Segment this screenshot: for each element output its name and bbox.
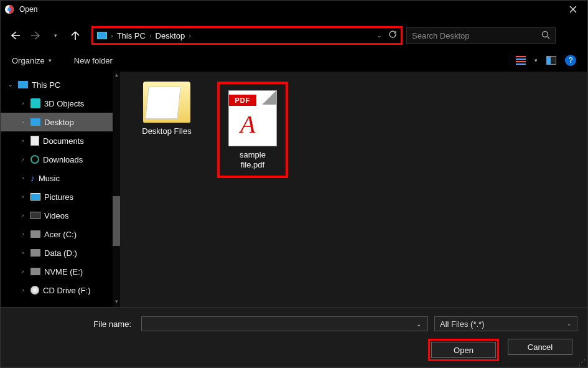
music-icon: ♪ — [30, 173, 35, 183]
downloads-icon — [30, 155, 39, 164]
breadcrumb-this-pc[interactable]: This PC — [117, 31, 146, 40]
pc-icon — [18, 81, 28, 88]
svg-point-1 — [7, 7, 11, 11]
expand-icon[interactable]: › — [19, 138, 27, 144]
recent-dropdown[interactable]: ▾ — [47, 27, 64, 44]
3d-objects-icon — [30, 98, 40, 108]
preview-pane-icon[interactable] — [546, 56, 556, 65]
scroll-down-icon[interactable]: ▾ — [113, 298, 120, 307]
cancel-button[interactable]: Cancel — [508, 339, 572, 355]
tree-item-videos[interactable]: › Videos — [1, 206, 120, 225]
expand-icon[interactable]: › — [19, 194, 27, 200]
file-type-filter[interactable]: All Files (*.*) ⌄ — [434, 316, 577, 331]
expand-icon[interactable]: › — [19, 287, 27, 293]
organize-menu[interactable]: Organize ▾ — [12, 56, 52, 65]
item-label: sample file.pdf — [240, 150, 266, 171]
drive-icon — [30, 268, 40, 275]
file-content-area[interactable]: Desktop FIles PDF A sample file.pdf — [120, 72, 587, 307]
expand-icon[interactable]: › — [19, 156, 27, 163]
tree-label: Videos — [44, 211, 69, 220]
adobe-a-icon: A — [240, 110, 255, 139]
pc-icon — [97, 32, 107, 39]
tree-root-this-pc[interactable]: ⌄ This PC — [1, 75, 120, 94]
view-dropdown[interactable]: ▾ — [534, 57, 538, 64]
tree-label: Data (D:) — [44, 248, 77, 258]
view-options-icon[interactable] — [516, 56, 526, 65]
back-button[interactable] — [7, 27, 24, 44]
tree-item-drive-c[interactable]: › Acer (C:) — [1, 225, 120, 243]
svg-point-2 — [543, 31, 548, 37]
chevron-right-icon[interactable]: › — [111, 32, 113, 39]
refresh-button[interactable] — [388, 30, 397, 41]
tree-item-downloads[interactable]: › Downloads — [1, 150, 120, 169]
tree-label: Pictures — [44, 192, 73, 202]
tree-item-3d-objects[interactable]: › 3D Objects — [1, 94, 120, 113]
organize-label: Organize — [12, 56, 45, 65]
search-icon[interactable] — [541, 31, 550, 41]
up-button[interactable] — [67, 27, 84, 44]
tree-item-desktop[interactable]: › Desktop — [1, 113, 120, 131]
expand-icon[interactable]: › — [19, 231, 27, 237]
expand-icon[interactable]: › — [19, 250, 27, 256]
documents-icon — [30, 136, 39, 146]
filename-label: File name: — [11, 319, 135, 329]
tree-label: 3D Objects — [44, 99, 84, 108]
window-title: Open — [19, 5, 559, 14]
expand-icon[interactable]: › — [19, 100, 27, 106]
videos-icon — [30, 212, 40, 219]
tree-label: CD Drive (F:) — [43, 286, 91, 295]
pdf-badge: PDF — [229, 95, 256, 106]
pictures-icon — [30, 193, 40, 201]
open-button-highlight: Open — [428, 339, 499, 361]
resize-grip[interactable]: ⋰ — [578, 358, 586, 366]
drive-icon — [30, 230, 40, 238]
expand-icon[interactable]: › — [19, 212, 27, 219]
chevron-right-icon[interactable]: › — [189, 32, 191, 39]
filename-input[interactable] — [142, 317, 416, 331]
app-icon — [4, 4, 14, 14]
history-dropdown[interactable]: ⌄ — [377, 32, 382, 39]
chevron-right-icon[interactable]: › — [149, 32, 152, 39]
titlebar: Open — [1, 1, 587, 18]
scroll-up-icon[interactable]: ▴ — [113, 72, 120, 80]
forward-button[interactable] — [27, 27, 44, 44]
expand-icon[interactable]: › — [19, 268, 27, 275]
pdf-icon: PDF A — [228, 90, 277, 146]
collapse-icon[interactable]: ⌄ — [7, 82, 14, 88]
breadcrumb-desktop[interactable]: Desktop — [156, 31, 185, 40]
cd-icon — [30, 286, 39, 295]
filename-history-dropdown[interactable]: ⌄ — [416, 321, 424, 328]
scroll-thumb[interactable] — [113, 196, 120, 246]
folder-icon — [143, 82, 190, 123]
dialog-footer: File name: ⌄ All Files (*.*) ⌄ Open Canc… — [1, 307, 587, 367]
sidebar-scrollbar[interactable]: ▴ ▾ — [113, 72, 120, 307]
toolbar: Organize ▾ New folder ▾ ? — [1, 49, 587, 72]
tree-item-drive-d[interactable]: › Data (D:) — [1, 243, 120, 262]
search-input[interactable]: Search Desktop — [406, 27, 556, 44]
close-button[interactable] — [559, 1, 587, 18]
tree-label: NVME (E:) — [44, 267, 83, 276]
open-button[interactable]: Open — [431, 342, 496, 358]
tree-item-drive-e[interactable]: › NVME (E:) — [1, 262, 120, 281]
file-item-sample-pdf[interactable]: PDF A sample file.pdf — [217, 82, 288, 178]
open-dialog: Open ▾ › This PC › Desktop › ⌄ — [0, 0, 588, 368]
folder-item-desktop-files[interactable]: Desktop FIles — [133, 82, 201, 136]
tree-item-documents[interactable]: › Documents — [1, 131, 120, 150]
breadcrumb[interactable]: › This PC › Desktop › ⌄ — [91, 26, 403, 45]
item-label: Desktop FIles — [142, 126, 191, 136]
expand-icon[interactable]: › — [19, 175, 27, 181]
tree-label: Downloads — [43, 155, 83, 164]
desktop-icon — [30, 118, 40, 126]
new-folder-button[interactable]: New folder — [74, 56, 113, 65]
tree-label: Desktop — [44, 118, 74, 127]
search-placeholder: Search Desktop — [412, 31, 470, 40]
tree-item-cd-drive[interactable]: › CD Drive (F:) — [1, 281, 120, 300]
tree-label: Acer (C:) — [44, 230, 77, 239]
tree-item-music[interactable]: › ♪ Music — [1, 169, 120, 187]
drive-icon — [30, 249, 40, 257]
expand-icon[interactable]: › — [19, 119, 27, 125]
nav-tree: ⌄ This PC › 3D Objects › Desktop › — [1, 72, 120, 307]
tree-item-pictures[interactable]: › Pictures — [1, 187, 120, 206]
help-button[interactable]: ? — [565, 55, 576, 66]
chevron-down-icon: ⌄ — [567, 321, 572, 327]
